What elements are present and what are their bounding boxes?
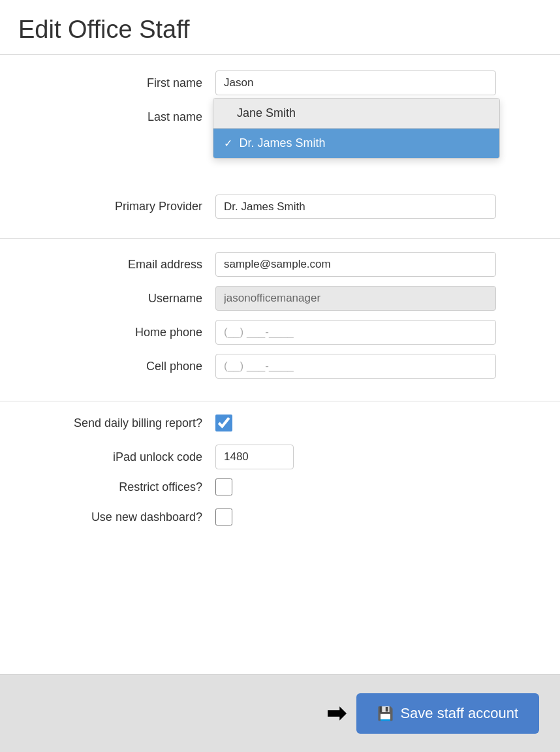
home-phone-label: Home phone: [0, 326, 215, 339]
username-row: Username: [0, 286, 560, 311]
ipad-unlock-label: iPad unlock code: [0, 450, 215, 464]
page-title: Edit Office Staff: [18, 16, 542, 44]
option-label-dr-james-smith: Dr. James Smith: [239, 136, 325, 149]
last-name-row: Last name Jane Smith ✓ Dr. James Smith: [0, 104, 560, 129]
billing-report-row: Send daily billing report?: [0, 415, 560, 431]
primary-provider-row: Primary Provider Jane Smith Dr. James Sm…: [0, 195, 560, 219]
home-phone-input[interactable]: [215, 320, 496, 345]
primary-provider-label: Primary Provider: [0, 200, 215, 213]
restrict-offices-checkbox[interactable]: [215, 478, 232, 495]
dropdown-option-jane-smith[interactable]: Jane Smith: [213, 99, 499, 129]
cell-phone-label: Cell phone: [0, 360, 215, 373]
contact-info-section: Email address Username Home phone Cell p…: [0, 239, 560, 401]
first-name-input[interactable]: [215, 70, 496, 95]
restrict-offices-row: Restrict offices?: [0, 478, 560, 495]
page-header: Edit Office Staff: [0, 0, 560, 55]
ipad-unlock-input[interactable]: [215, 445, 294, 469]
dropdown-option-dr-james-smith[interactable]: ✓ Dr. James Smith: [213, 129, 499, 158]
last-name-label: Last name: [0, 110, 215, 124]
personal-info-section: First name Last name Jane Smith ✓ Dr. Ja…: [0, 55, 560, 239]
ipad-unlock-row: iPad unlock code: [0, 445, 560, 469]
email-row: Email address: [0, 252, 560, 277]
save-disk-icon: 💾: [377, 706, 394, 721]
first-name-label: First name: [0, 76, 215, 90]
footer: ➡ 💾 Save staff account: [0, 674, 560, 752]
checkmark-placeholder: [224, 108, 230, 119]
primary-provider-select[interactable]: Jane Smith Dr. James Smith: [215, 195, 496, 219]
email-input[interactable]: [215, 252, 496, 277]
page-container: Edit Office Staff First name Last name J…: [0, 0, 560, 752]
home-phone-row: Home phone: [0, 320, 560, 345]
settings-section: Send daily billing report? iPad unlock c…: [0, 401, 560, 552]
username-label: Username: [0, 292, 215, 306]
username-input[interactable]: [215, 286, 496, 311]
save-staff-button[interactable]: 💾 Save staff account: [356, 693, 539, 734]
save-button-label: Save staff account: [400, 705, 518, 722]
save-action-container: ➡ 💾 Save staff account: [326, 693, 539, 734]
provider-dropdown-popup: Jane Smith ✓ Dr. James Smith: [213, 98, 500, 159]
cell-phone-row: Cell phone: [0, 354, 560, 379]
billing-report-label: Send daily billing report?: [0, 416, 215, 430]
use-dashboard-label: Use new dashboard?: [0, 510, 215, 524]
spacer: [0, 552, 560, 674]
use-dashboard-checkbox[interactable]: [215, 509, 232, 525]
cell-phone-input[interactable]: [215, 354, 496, 379]
primary-provider-select-wrapper[interactable]: Jane Smith Dr. James Smith: [215, 195, 496, 219]
use-dashboard-row: Use new dashboard?: [0, 509, 560, 525]
billing-report-checkbox[interactable]: [215, 415, 232, 431]
first-name-row: First name: [0, 70, 560, 95]
arrow-icon: ➡: [326, 700, 346, 727]
checkmark-selected: ✓: [224, 138, 235, 149]
email-label: Email address: [0, 258, 215, 272]
restrict-offices-label: Restrict offices?: [0, 480, 215, 494]
primary-provider-dropdown-wrapper: Jane Smith ✓ Dr. James Smith: [215, 104, 496, 129]
option-label-jane-smith: Jane Smith: [237, 106, 296, 119]
